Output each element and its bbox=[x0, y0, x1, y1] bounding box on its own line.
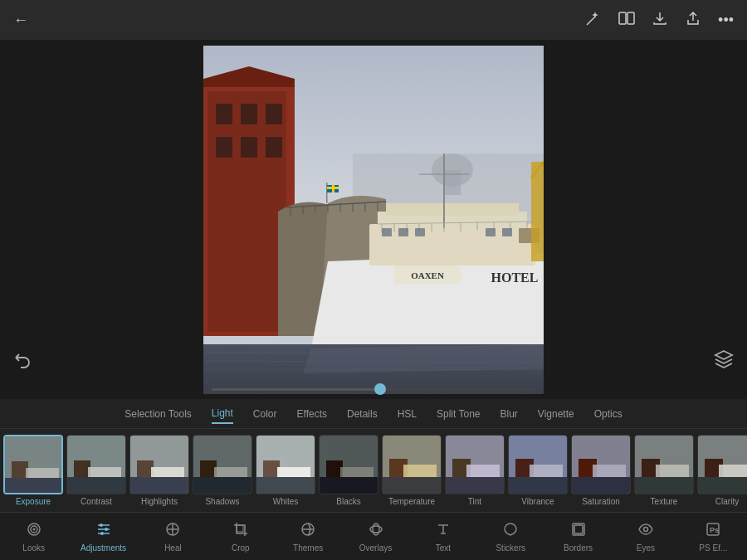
nav-text[interactable]: Text bbox=[422, 521, 464, 553]
svg-rect-11 bbox=[241, 104, 257, 124]
svg-rect-2 bbox=[627, 12, 634, 24]
adj-tint[interactable]: Tint bbox=[445, 435, 505, 506]
adj-vibrance-label: Vibrance bbox=[521, 497, 554, 506]
eyes-icon bbox=[637, 521, 654, 542]
compare-icon[interactable] bbox=[618, 10, 635, 31]
adj-saturation[interactable]: Saturation bbox=[571, 435, 631, 506]
adj-blacks[interactable]: Blacks bbox=[319, 435, 378, 506]
overlays-icon bbox=[368, 521, 384, 542]
svg-rect-9 bbox=[208, 91, 286, 332]
adjustments-icon bbox=[95, 521, 112, 542]
nav-heal-label: Heal bbox=[164, 543, 182, 553]
scrubber-thumb[interactable] bbox=[374, 383, 386, 395]
svg-rect-14 bbox=[241, 137, 257, 158]
adj-texture[interactable]: Texture bbox=[634, 435, 694, 506]
adj-tint-label: Tint bbox=[468, 497, 481, 506]
svg-rect-82 bbox=[256, 477, 315, 494]
tab-details[interactable]: Details bbox=[347, 405, 378, 423]
adj-contrast-thumb bbox=[66, 435, 126, 494]
looks-icon bbox=[26, 521, 42, 542]
scrubber-track[interactable] bbox=[212, 388, 535, 391]
tab-light[interactable]: Light bbox=[212, 404, 233, 424]
nav-stickers[interactable]: Stickers bbox=[490, 521, 531, 553]
nav-themes[interactable]: Themes bbox=[287, 521, 329, 553]
svg-rect-53 bbox=[486, 228, 496, 236]
svg-rect-51 bbox=[398, 228, 408, 236]
adj-shadows[interactable]: Shadows bbox=[193, 435, 252, 506]
adj-vibrance-thumb bbox=[508, 435, 568, 494]
text-icon bbox=[435, 521, 452, 542]
layers-button[interactable] bbox=[714, 349, 734, 374]
nav-borders[interactable]: Borders bbox=[558, 521, 599, 553]
toolbar-right: ••• bbox=[585, 10, 734, 31]
adj-texture-label: Texture bbox=[651, 497, 678, 506]
tab-split-tone[interactable]: Split Tone bbox=[437, 405, 480, 423]
svg-rect-110 bbox=[698, 477, 747, 494]
nav-eyes-label: Eyes bbox=[637, 543, 655, 553]
share-icon[interactable] bbox=[685, 10, 701, 31]
adj-contrast-label: Contrast bbox=[81, 497, 112, 506]
crop-icon bbox=[232, 521, 249, 542]
tab-color[interactable]: Color bbox=[253, 405, 277, 423]
nav-crop[interactable]: Crop bbox=[220, 521, 261, 553]
svg-rect-15 bbox=[266, 137, 282, 158]
adj-whites[interactable]: Whites bbox=[256, 435, 315, 506]
nav-looks-label: Looks bbox=[22, 543, 45, 553]
adj-exposure-label: Exposure bbox=[16, 497, 51, 506]
adj-contrast[interactable]: Contrast bbox=[66, 435, 126, 506]
nav-heal[interactable]: Heal bbox=[152, 521, 193, 553]
undo-button[interactable] bbox=[13, 349, 33, 374]
scrubber-fill bbox=[212, 388, 380, 391]
svg-rect-102 bbox=[572, 477, 631, 494]
tab-blur[interactable]: Blur bbox=[500, 405, 518, 423]
tab-optics[interactable]: Optics bbox=[594, 405, 622, 423]
toolbar-left: ← bbox=[13, 12, 28, 29]
svg-rect-50 bbox=[382, 228, 392, 236]
tab-effects[interactable]: Effects bbox=[297, 405, 327, 423]
nav-looks[interactable]: Looks bbox=[13, 521, 55, 553]
svg-rect-66 bbox=[5, 478, 63, 494]
adj-temperature[interactable]: Temperature bbox=[382, 435, 442, 506]
nav-text-label: Text bbox=[436, 543, 451, 553]
svg-text:HOTEL: HOTEL bbox=[491, 270, 539, 285]
svg-rect-54 bbox=[502, 228, 512, 236]
nav-eyes[interactable]: Eyes bbox=[625, 521, 666, 553]
adj-clarity-thumb bbox=[697, 435, 747, 494]
tab-selection-tools[interactable]: Selection Tools bbox=[124, 405, 192, 423]
more-options-icon[interactable]: ••• bbox=[718, 12, 734, 29]
adj-vibrance[interactable]: Vibrance bbox=[508, 435, 568, 506]
nav-ps-effects[interactable]: Ps PS Ef... bbox=[692, 521, 734, 553]
adj-shadows-thumb bbox=[193, 435, 252, 494]
adj-clarity[interactable]: Clarity bbox=[697, 435, 747, 506]
photo-container: OAXEN HOTEL bbox=[203, 46, 544, 394]
canvas-area: OAXEN HOTEL bbox=[0, 40, 747, 399]
nav-adjustments[interactable]: Adjustments bbox=[81, 521, 126, 553]
bottom-nav: Looks Adjustments Heal bbox=[0, 512, 747, 560]
svg-rect-13 bbox=[216, 137, 232, 158]
nav-stickers-label: Stickers bbox=[496, 543, 525, 553]
svg-rect-90 bbox=[383, 477, 442, 494]
magic-wand-icon[interactable] bbox=[585, 10, 602, 31]
nav-overlays-label: Overlays bbox=[359, 543, 392, 553]
svg-rect-78 bbox=[193, 477, 252, 494]
svg-rect-106 bbox=[635, 477, 694, 494]
svg-rect-1 bbox=[619, 12, 626, 24]
svg-point-123 bbox=[370, 526, 382, 533]
nav-ps-label: PS Ef... bbox=[699, 543, 727, 553]
borders-icon bbox=[570, 521, 587, 542]
tab-vignette[interactable]: Vignette bbox=[538, 405, 574, 423]
adj-temperature-thumb bbox=[382, 435, 442, 494]
adj-shadows-label: Shadows bbox=[205, 497, 239, 506]
nav-crop-label: Crop bbox=[232, 543, 250, 553]
adj-highlights-thumb bbox=[129, 435, 189, 494]
svg-rect-86 bbox=[320, 477, 378, 494]
nav-overlays[interactable]: Overlays bbox=[355, 521, 397, 553]
download-icon[interactable] bbox=[652, 10, 668, 31]
back-button[interactable]: ← bbox=[13, 12, 28, 29]
adj-exposure[interactable]: Exposure bbox=[3, 435, 63, 506]
adjustments-strip: Exposure Contrast Highlights Shadows bbox=[0, 429, 747, 512]
svg-rect-12 bbox=[266, 104, 282, 124]
adj-highlights[interactable]: Highlights bbox=[129, 435, 189, 506]
tab-hsl[interactable]: HSL bbox=[398, 405, 417, 423]
svg-point-118 bbox=[105, 528, 108, 531]
